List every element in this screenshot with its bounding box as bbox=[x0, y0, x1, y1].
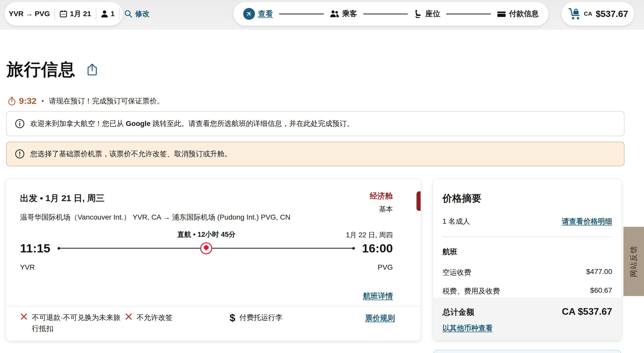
separator-dot: • bbox=[42, 97, 44, 105]
step-connector bbox=[363, 14, 408, 14]
step-seats[interactable]: 座位 bbox=[414, 9, 440, 19]
site-feedback-tab[interactable]: 网站反馈 bbox=[623, 227, 644, 296]
route-airports: 温哥华国际机场（Vancouver Int.） YVR, CA → 浦东国际机场… bbox=[20, 212, 290, 222]
fare-attribute-text: 不可退款·不可兑换为未来旅行抵扣 bbox=[32, 312, 121, 334]
cabin-color-tab bbox=[416, 191, 421, 211]
trip-passenger-count: 1 bbox=[111, 10, 115, 18]
step-payment[interactable]: 付款信息 bbox=[497, 9, 539, 19]
flight-card-header: 出发 • 1月 21 日, 周三 bbox=[20, 192, 105, 204]
price-summary-title: 价格摘要 bbox=[442, 192, 481, 205]
cabin-info: 经济舱 基本 bbox=[370, 191, 393, 214]
cart-amount: $537.67 bbox=[596, 9, 628, 19]
cart-icon bbox=[568, 8, 581, 20]
divider bbox=[442, 237, 612, 237]
passenger-count-label: 1 名成人 bbox=[442, 217, 470, 226]
price-row-label: 空运收费 bbox=[442, 268, 471, 277]
arrival-time: 16:00 bbox=[362, 241, 393, 255]
total-value: CA $537.67 bbox=[562, 306, 612, 317]
price-row: 税费、费用及收费 $60.67 bbox=[442, 286, 612, 296]
price-row-value: $60.67 bbox=[590, 286, 612, 296]
price-row-label: 税费、费用及收费 bbox=[442, 286, 500, 296]
flight-card: 出发 • 1月 21 日, 周三 经济舱 基本 温哥华国际机场（Vancouve… bbox=[6, 179, 421, 341]
cart-total-pill[interactable]: CA $537.67 bbox=[562, 2, 634, 26]
header-band: YVR → PVG 1月 21 1 修改 ✈ 查看 bbox=[0, 0, 644, 30]
calendar-icon bbox=[60, 10, 67, 18]
timer-countdown: 9:32 bbox=[19, 96, 36, 106]
step-review[interactable]: ✈ 查看 bbox=[243, 8, 273, 20]
plane-icon: ✈ bbox=[243, 8, 255, 20]
passenger-icon bbox=[101, 10, 108, 18]
fare-attributes-row: 不可退款·不可兑换为未来旅行抵扣 不允许改签 $ 付费托运行李 票价规则 bbox=[20, 312, 395, 334]
price-breakdown-link[interactable]: 请查看价格明细 bbox=[562, 217, 612, 226]
divider bbox=[54, 8, 55, 20]
fare-attribute: 不允许改签 bbox=[125, 312, 206, 323]
passenger-row: 1 名成人 请查看价格明细 bbox=[442, 217, 612, 226]
warning-banner-text: 您选择了基础票价机票，该票价不允许改签、取消预订或升舱。 bbox=[30, 149, 232, 159]
alert-icon bbox=[15, 149, 25, 159]
page-title: 旅行信息 bbox=[7, 58, 75, 81]
booking-stepper: ✈ 查看 乘客 座位 付款信息 bbox=[233, 2, 548, 26]
modify-search-button[interactable]: 修改 bbox=[124, 9, 149, 19]
trip-date: 1月 21 bbox=[70, 9, 91, 19]
step-passengers[interactable]: 乘客 bbox=[330, 9, 357, 19]
info-icon bbox=[15, 119, 25, 129]
warning-banner: 您选择了基础票价机票，该票价不允许改签、取消预订或升舱。 bbox=[6, 142, 624, 166]
x-icon bbox=[20, 313, 28, 320]
site-feedback-label: 网站反馈 bbox=[629, 246, 639, 277]
seat-icon bbox=[414, 10, 422, 18]
modify-label: 修改 bbox=[135, 9, 149, 19]
fare-attribute: 不可退款·不可兑换为未来旅行抵扣 bbox=[20, 312, 121, 334]
arrival-date: 1月 22 日, 周四 bbox=[346, 230, 393, 240]
fare-attribute-text: 付费托运行李 bbox=[239, 312, 282, 323]
divider bbox=[6, 306, 421, 306]
next-section-card-edge bbox=[433, 350, 621, 353]
divider bbox=[96, 8, 96, 20]
share-icon[interactable] bbox=[87, 63, 98, 76]
departure-time: 11:15 bbox=[20, 241, 50, 255]
search-icon bbox=[124, 10, 132, 18]
divider bbox=[119, 8, 120, 20]
x-icon bbox=[125, 313, 132, 320]
flight-details-link[interactable]: 航班详情 bbox=[363, 291, 393, 301]
info-banner-text: 欢迎来到加拿大航空！您已从 Google 跳转至此。请查看您所选航班的详细信息，… bbox=[30, 119, 354, 129]
trip-summary-pill[interactable]: YVR → PVG 1月 21 1 修改 bbox=[5, 2, 123, 26]
title-row: 旅行信息 bbox=[7, 58, 98, 81]
total-label: 总计金额 bbox=[442, 307, 474, 318]
flight-path-line bbox=[58, 248, 354, 249]
timer-message: 请现在预订！完成预订可保证票价。 bbox=[49, 96, 164, 106]
trip-passengers-item: 1 bbox=[101, 10, 115, 18]
price-row-value: $477.00 bbox=[586, 268, 612, 277]
fare-brand: 基本 bbox=[370, 204, 393, 214]
dollar-icon: $ bbox=[230, 313, 235, 323]
trip-route: YVR → PVG bbox=[9, 10, 50, 18]
fare-hold-timer: 9:32 • 请现在预订！完成预订可保证票价。 bbox=[8, 96, 164, 106]
stopwatch-icon bbox=[8, 96, 16, 106]
arrival-airport-code: PVG bbox=[378, 263, 393, 271]
cart-currency: CA bbox=[584, 11, 592, 17]
other-currency-link[interactable]: 以其他币种查看 bbox=[442, 323, 493, 333]
cabin-class: 经济舱 bbox=[370, 191, 393, 201]
flight-timeline-row: 11:15 16:00 bbox=[20, 241, 393, 255]
total-panel: 总计金额 CA $537.67 以其他币种查看 bbox=[433, 298, 621, 340]
air-canada-roundel-icon bbox=[200, 242, 213, 255]
step-connector bbox=[279, 14, 324, 14]
price-summary-card: 价格摘要 1 名成人 请查看价格明细 航班 空运收费 $477.00 税费、费用… bbox=[433, 179, 621, 340]
departure-airport-code: YVR bbox=[20, 263, 35, 271]
fare-rules-link[interactable]: 票价规则 bbox=[365, 313, 395, 323]
flights-section-label: 航班 bbox=[442, 247, 457, 257]
step-connector bbox=[446, 14, 491, 14]
trip-date-item: 1月 21 bbox=[60, 9, 91, 19]
price-row: 空运收费 $477.00 bbox=[442, 268, 612, 277]
fare-attribute: $ 付费托运行李 bbox=[230, 312, 365, 323]
credit-card-icon bbox=[497, 10, 506, 17]
fare-attribute-text: 不允许改签 bbox=[137, 312, 173, 323]
info-banner: 欢迎来到加拿大航空！您已从 Google 跳转至此。请查看您所选航班的详细信息，… bbox=[6, 111, 624, 136]
passengers-icon bbox=[330, 10, 339, 18]
